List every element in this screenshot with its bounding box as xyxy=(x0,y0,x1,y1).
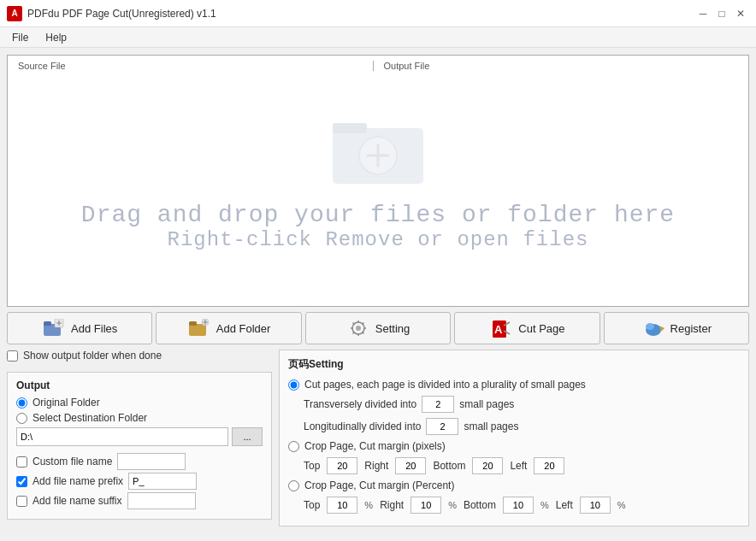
pixel-margins-row: Top Right Bottom Left xyxy=(304,457,740,474)
svg-rect-11 xyxy=(189,321,197,326)
crop-percent-radio[interactable] xyxy=(288,480,299,491)
crop-percent-label: Crop Page, Cut margin (Percent) xyxy=(304,479,454,491)
svg-line-21 xyxy=(352,323,354,325)
output-file-label: Output File xyxy=(373,61,739,71)
original-folder-label: Original Folder xyxy=(32,397,100,409)
show-output-checkbox[interactable] xyxy=(7,350,18,362)
minimize-button[interactable]: ─ xyxy=(694,5,712,22)
app-icon-text: A xyxy=(11,9,17,18)
show-output-row: Show output folder when done xyxy=(7,350,272,362)
left-pct-sign: % xyxy=(617,500,626,510)
add-suffix-row: Add file name suffix xyxy=(16,492,263,509)
cut-page-button[interactable]: A Cut Page xyxy=(454,312,599,344)
path-row: ... xyxy=(16,427,263,446)
bottom-pct-label: Bottom xyxy=(464,499,496,511)
title-text: PDFdu PDF Page Cut(Unregistered) v1.1 xyxy=(27,8,216,20)
longitudinal-unit: small pages xyxy=(464,420,518,432)
suffix-input[interactable] xyxy=(127,492,196,509)
add-suffix-label: Add file name suffix xyxy=(32,495,122,507)
add-folder-icon xyxy=(187,318,211,338)
transverse-row: Transversely divided into small pages xyxy=(304,396,740,413)
menu-help[interactable]: Help xyxy=(37,27,75,47)
transverse-unit: small pages xyxy=(459,398,514,410)
browse-button[interactable]: ... xyxy=(232,427,263,446)
drop-zone-labels: Source File Output File xyxy=(8,61,748,71)
setting-icon xyxy=(346,318,370,338)
add-prefix-checkbox[interactable] xyxy=(16,476,27,487)
left-panel: Show output folder when done Output Orig… xyxy=(7,350,272,526)
menu-bar: File Help xyxy=(0,27,756,48)
right-pct-sign: % xyxy=(448,500,457,510)
menu-file[interactable]: File xyxy=(3,27,37,47)
close-button[interactable]: ✕ xyxy=(732,5,749,22)
svg-text:A: A xyxy=(494,323,503,336)
drop-zone[interactable]: Source File Output File Drag and drop yo… xyxy=(7,55,749,307)
show-output-label: Show output folder when done xyxy=(23,350,162,362)
register-icon xyxy=(641,318,665,338)
custom-file-name-row: Custom file name xyxy=(16,453,263,470)
svg-line-22 xyxy=(362,332,363,333)
prefix-input[interactable] xyxy=(128,473,197,490)
drop-text-2: Right-click Remove or open files xyxy=(168,228,589,251)
crop-percent-row: Crop Page, Cut margin (Percent) xyxy=(288,479,740,491)
cut-pages-row: Cut pages, each page is divided into a p… xyxy=(288,379,740,391)
page-setting-title: 页码Setting xyxy=(288,357,740,372)
svg-rect-1 xyxy=(333,123,367,133)
right-panel: 页码Setting Cut pages, each page is divide… xyxy=(279,350,749,526)
add-files-button[interactable]: Add Files xyxy=(7,312,152,344)
add-files-icon xyxy=(42,318,66,338)
top-px-label: Top xyxy=(304,460,320,472)
bottom-px-label: Bottom xyxy=(433,460,465,472)
custom-file-name-checkbox[interactable] xyxy=(16,456,27,467)
top-pct-input[interactable] xyxy=(327,497,357,514)
svg-line-24 xyxy=(352,332,354,333)
register-label: Register xyxy=(670,322,712,335)
bottom-section: Show output folder when done Output Orig… xyxy=(7,350,749,526)
top-pct-label: Top xyxy=(304,499,320,511)
right-pct-input[interactable] xyxy=(410,497,441,514)
cut-pages-radio[interactable] xyxy=(288,379,299,391)
longitudinal-label: Longitudinally divided into xyxy=(304,420,421,432)
output-group-title: Output xyxy=(16,379,263,391)
svg-line-23 xyxy=(362,323,363,325)
add-prefix-label: Add file name prefix xyxy=(32,475,123,487)
add-suffix-checkbox[interactable] xyxy=(16,496,27,507)
left-px-input[interactable] xyxy=(534,457,564,474)
maximize-button[interactable]: □ xyxy=(713,5,730,22)
crop-pixels-radio[interactable] xyxy=(288,441,299,452)
toolbar: Add Files Add Folder Setting A Cut Page … xyxy=(7,312,749,344)
left-pct-input[interactable] xyxy=(580,497,611,514)
svg-point-16 xyxy=(356,326,361,331)
cut-page-label: Cut Page xyxy=(518,322,564,335)
add-prefix-row: Add file name prefix xyxy=(16,473,263,490)
title-controls: ─ □ ✕ xyxy=(694,5,749,22)
bottom-pct-input[interactable] xyxy=(503,497,534,514)
top-px-input[interactable] xyxy=(327,457,357,474)
longitudinal-row: Longitudinally divided into small pages xyxy=(304,418,740,435)
crop-pixels-label: Crop Page, Cut margin (pixels) xyxy=(304,440,446,452)
register-button[interactable]: Register xyxy=(604,312,749,344)
title-bar-left: A PDFdu PDF Page Cut(Unregistered) v1.1 xyxy=(7,6,216,21)
select-destination-radio[interactable] xyxy=(16,413,27,424)
crop-pixels-row: Crop Page, Cut margin (pixels) xyxy=(288,440,740,452)
custom-file-name-input[interactable] xyxy=(117,453,186,470)
right-px-label: Right xyxy=(364,460,388,472)
svg-point-30 xyxy=(646,323,654,330)
original-folder-radio[interactable] xyxy=(16,397,27,409)
bottom-px-input[interactable] xyxy=(472,457,503,474)
svg-rect-10 xyxy=(189,324,206,336)
folder-icon xyxy=(331,111,425,188)
left-px-label: Left xyxy=(510,460,527,472)
add-folder-button[interactable]: Add Folder xyxy=(156,312,301,344)
right-px-input[interactable] xyxy=(395,457,426,474)
transverse-label: Transversely divided into xyxy=(304,398,416,410)
svg-rect-6 xyxy=(44,321,51,326)
transverse-input[interactable] xyxy=(422,396,454,413)
setting-button[interactable]: Setting xyxy=(305,312,451,344)
setting-label: Setting xyxy=(375,322,410,335)
longitudinal-input[interactable] xyxy=(426,418,458,435)
path-input[interactable] xyxy=(16,427,228,446)
add-folder-label: Add Folder xyxy=(216,322,271,335)
select-destination-row: Select Destination Folder xyxy=(16,412,263,424)
custom-file-name-label: Custom file name xyxy=(32,456,112,467)
